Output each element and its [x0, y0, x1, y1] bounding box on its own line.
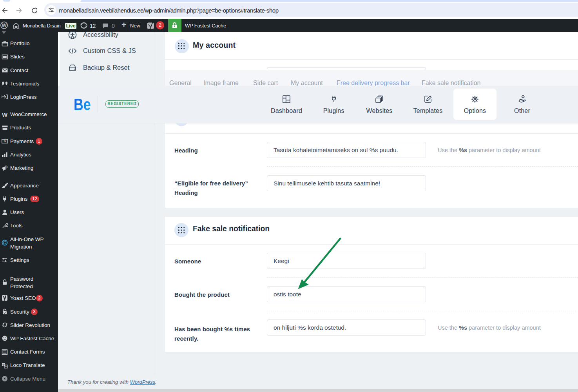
svg-text:文: 文	[2, 363, 5, 366]
svg-text:$: $	[4, 139, 5, 143]
svg-text:W: W	[2, 111, 8, 118]
svg-text:A: A	[5, 365, 7, 368]
svg-text:W: W	[2, 22, 7, 28]
